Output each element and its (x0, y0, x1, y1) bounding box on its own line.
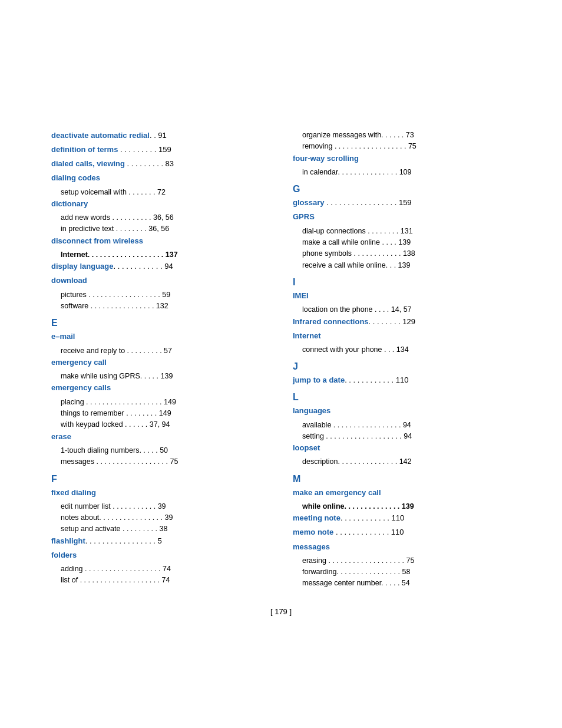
index-entry: jump to a date. . . . . . . . . . . . 11… (293, 374, 511, 386)
group-label: dictionary (51, 199, 88, 208)
sub-entry: pictures . . . . . . . . . . . . . . . .… (51, 289, 269, 301)
index-group: languages (293, 405, 511, 417)
group-label: e–mail (51, 332, 75, 341)
group-label: IMEI (293, 291, 309, 300)
sub-entry: setup and activate . . . . . . . . . 38 (51, 523, 269, 535)
index-entry: dialed calls, viewing . . . . . . . . . … (51, 158, 269, 170)
sub-entry: dial-up connections . . . . . . . . 131 (293, 226, 511, 237)
section-letter: G (293, 184, 511, 195)
sub-entry: receive a call while online. . . 139 (293, 260, 511, 271)
sub-entry: setup voicemail with . . . . . . . 72 (51, 187, 269, 198)
sub-entry: with keypad locked . . . . . . 37, 94 (51, 419, 269, 430)
sub-entry: Internet. . . . . . . . . . . . . . . . … (51, 249, 269, 261)
entry-label: memo note (293, 528, 333, 536)
sub-entry: 1-touch dialing numbers. . . . . 50 (51, 445, 269, 456)
sub-entry: location on the phone . . . . 14, 57 (293, 304, 511, 315)
entry-label: definition of terms (51, 145, 118, 154)
group-label: folders (51, 551, 77, 559)
entry-label: display language (51, 262, 113, 271)
group-label: loopset (293, 443, 320, 452)
section-letter: M (293, 474, 511, 485)
sub-entry: messages . . . . . . . . . . . . . . . .… (51, 456, 269, 467)
group-label: erase (51, 432, 71, 441)
section-letter: F (51, 474, 269, 485)
index-group: loopset (293, 442, 511, 454)
group-label: dialing codes (51, 173, 100, 182)
index-group: erase (51, 431, 269, 443)
sub-entry: message center number. . . . . 54 (293, 578, 511, 589)
group-label: download (51, 276, 87, 285)
sub-entry: erasing . . . . . . . . . . . . . . . . … (293, 555, 511, 566)
sub-entry: available . . . . . . . . . . . . . . . … (293, 420, 511, 431)
index-group: dialing codes (51, 172, 269, 184)
index-group: emergency call (51, 357, 269, 368)
sub-entry: description. . . . . . . . . . . . . . .… (293, 456, 511, 467)
page-number: [ 179 ] (270, 607, 292, 616)
entry-label: Infrared connections (293, 317, 369, 326)
entry-label: jump to a date (293, 375, 345, 384)
index-entry: display language. . . . . . . . . . . . … (51, 261, 269, 272)
index-group: GPRS (293, 211, 511, 223)
section-letter: E (51, 318, 269, 328)
sub-entry: removing . . . . . . . . . . . . . . . .… (293, 141, 511, 152)
entry-label: glossary (293, 198, 324, 207)
index-entry: Infrared connections. . . . . . . . 129 (293, 316, 511, 328)
sub-entry: while online. . . . . . . . . . . . . . … (293, 501, 511, 512)
sub-entry: things to remember . . . . . . . . 149 (51, 408, 269, 419)
sub-entry: notes about. . . . . . . . . . . . . . .… (51, 512, 269, 523)
index-group: Internet (293, 330, 511, 342)
entry-label: meeting note (293, 513, 340, 522)
page: deactivate automatic redial. . 91definit… (0, 0, 562, 728)
index-entry: meeting note. . . . . . . . . . . . 110 (293, 512, 511, 524)
index-group: IMEI (293, 290, 511, 302)
group-label: Internet (293, 331, 321, 340)
index-group: four-way scrolling (293, 153, 511, 164)
section-letter: J (293, 361, 511, 372)
index-group: make an emergency call (293, 487, 511, 499)
entry-label: deactivate automatic redial (51, 131, 150, 140)
sub-entry: make while using GPRS. . . . . 139 (51, 371, 269, 382)
group-label: fixed dialing (51, 488, 96, 497)
section-letter: I (293, 277, 511, 288)
sub-entry: edit number list . . . . . . . . . . . 3… (51, 501, 269, 512)
left-column: deactivate automatic redial. . 91definit… (51, 130, 269, 589)
group-label: emergency calls (51, 383, 111, 392)
right-column: organize messages with. . . . . . 73remo… (293, 130, 511, 589)
index-group: fixed dialing (51, 487, 269, 499)
sub-entry: software . . . . . . . . . . . . . . . .… (51, 301, 269, 312)
group-label: four-way scrolling (293, 154, 359, 163)
entry-label: flashlight (51, 536, 85, 545)
group-label: make an emergency call (293, 488, 381, 497)
index-group: e–mail (51, 331, 269, 342)
index-group: dictionary (51, 198, 269, 210)
group-label: messages (293, 542, 330, 551)
sub-entry: in calendar. . . . . . . . . . . . . . .… (293, 167, 511, 178)
index-entry: deactivate automatic redial. . 91 (51, 130, 269, 141)
index-columns: deactivate automatic redial. . 91definit… (51, 130, 511, 589)
sub-entry: forwarding. . . . . . . . . . . . . . . … (293, 566, 511, 578)
index-group: download (51, 275, 269, 286)
index-entry: flashlight. . . . . . . . . . . . . . . … (51, 535, 269, 547)
index-group: emergency calls (51, 382, 269, 394)
sub-entry: phone symbols . . . . . . . . . . . . 13… (293, 248, 511, 259)
index-group: messages (293, 541, 511, 553)
sub-entry: setting . . . . . . . . . . . . . . . . … (293, 431, 511, 442)
index-entry: definition of terms . . . . . . . . . 15… (51, 144, 269, 156)
sub-entry: make a call while online . . . . 139 (293, 237, 511, 248)
sub-entry: organize messages with. . . . . . 73 (293, 130, 511, 141)
group-label: emergency call (51, 358, 107, 367)
group-label: GPRS (293, 212, 315, 221)
group-label: disconnect from wireless (51, 236, 143, 245)
section-letter: L (293, 392, 511, 403)
index-group: disconnect from wireless (51, 235, 269, 247)
sub-entry: placing . . . . . . . . . . . . . . . . … (51, 397, 269, 408)
sub-entry: receive and reply to . . . . . . . . . 5… (51, 345, 269, 357)
index-entry: glossary . . . . . . . . . . . . . . . .… (293, 197, 511, 209)
sub-entry: add new words . . . . . . . . . . 36, 56 (51, 212, 269, 223)
entry-label: dialed calls, viewing (51, 159, 125, 168)
sub-entry: list of . . . . . . . . . . . . . . . . … (51, 575, 269, 586)
sub-entry: adding . . . . . . . . . . . . . . . . .… (51, 564, 269, 575)
sub-entry: connect with your phone . . . 134 (293, 344, 511, 355)
group-label: languages (293, 406, 330, 415)
index-entry: memo note . . . . . . . . . . . . . 110 (293, 526, 511, 538)
